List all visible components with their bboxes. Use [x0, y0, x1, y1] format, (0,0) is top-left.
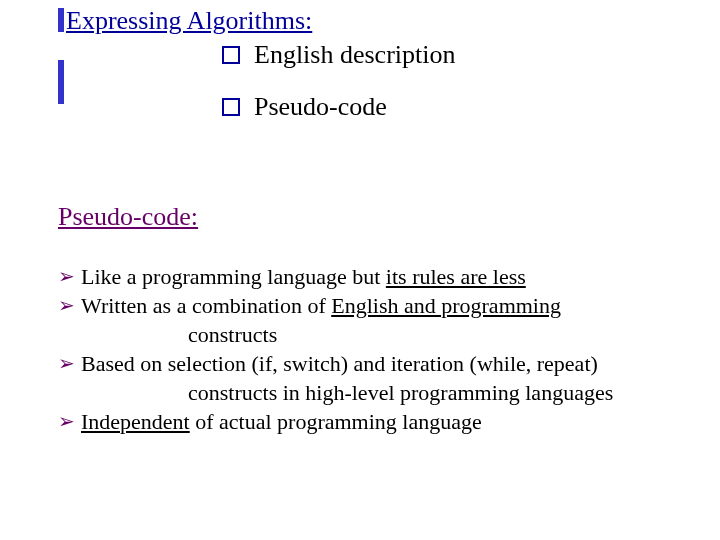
square-bullet-icon [222, 98, 240, 116]
list-item: ➢ Independent of actual programming lang… [58, 407, 684, 436]
square-bullet-list: English description Pseudo-code [222, 40, 455, 144]
underlined-text: Independent [81, 409, 190, 434]
list-item: English description [222, 40, 455, 70]
arrow-icon: ➢ [58, 407, 75, 436]
list-item-label: Pseudo-code [254, 92, 387, 122]
list-item-text: Written as a combination of English and … [81, 291, 684, 320]
list-item: Pseudo-code [222, 92, 455, 122]
list-item-label: English description [254, 40, 455, 70]
list-item-continuation: constructs [188, 320, 684, 349]
arrow-icon: ➢ [58, 262, 75, 291]
underlined-text: its rules are less [386, 264, 526, 289]
text-fragment: Like a programming language but [81, 264, 386, 289]
text-fragment: of actual programming language [190, 409, 482, 434]
list-item-continuation: constructs in high-level programming lan… [188, 378, 684, 407]
section-subheading: Pseudo-code: [58, 202, 198, 232]
slide-title: Expressing Algorithms: [66, 6, 312, 36]
list-item: ➢ Written as a combination of English an… [58, 291, 684, 320]
accent-bar-mid [58, 60, 64, 104]
underlined-text: English and programming [331, 293, 561, 318]
arrow-icon: ➢ [58, 291, 75, 320]
list-item-text: Like a programming language but its rule… [81, 262, 684, 291]
square-bullet-icon [222, 46, 240, 64]
text-fragment: Written as a combination of [81, 293, 331, 318]
arrow-bullet-list: ➢ Like a programming language but its ru… [58, 262, 684, 436]
list-item: ➢ Based on selection (if, switch) and it… [58, 349, 684, 378]
arrow-icon: ➢ [58, 349, 75, 378]
slide: Expressing Algorithms: English descripti… [0, 0, 720, 540]
accent-bar-top [58, 8, 64, 32]
list-item-text: Based on selection (if, switch) and iter… [81, 349, 684, 378]
list-item-text: Independent of actual programming langua… [81, 407, 684, 436]
list-item: ➢ Like a programming language but its ru… [58, 262, 684, 291]
